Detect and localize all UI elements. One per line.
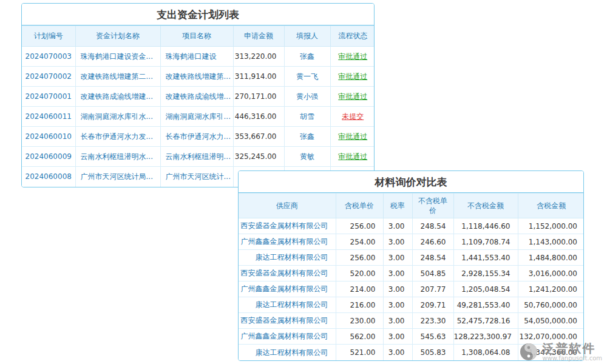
- status-link[interactable]: 审批通过: [330, 87, 375, 107]
- plan-id-link[interactable]: 2024070001: [22, 87, 75, 107]
- tax-rate: 3.00: [383, 281, 412, 297]
- material-quote-table-title: 材料询价对比表: [239, 171, 583, 193]
- plan-id-link[interactable]: 2024060008: [22, 167, 75, 187]
- table-row: 2024060010长春市伊通河水力发...长春市伊通河水力...353,667…: [22, 127, 375, 147]
- fund-plan-name-link[interactable]: 长春市伊通河水力发...: [75, 127, 160, 147]
- project-name-link[interactable]: 云南水利枢纽潜明...: [160, 147, 233, 167]
- amount-taxed: 3,016,000.00: [518, 266, 584, 281]
- supplier-name-link[interactable]: 西安盛器金属材料有限公司: [239, 218, 336, 234]
- project-name-link[interactable]: 湖南洞庭湖水库引...: [160, 107, 233, 127]
- status-link[interactable]: 审批通过: [330, 127, 375, 147]
- column-header: 资金计划名称: [75, 26, 160, 47]
- unit-price-untaxed: 246.60: [412, 234, 453, 250]
- project-name-link[interactable]: 改建铁路线增建第...: [160, 67, 233, 87]
- plan-id-link[interactable]: 2024060009: [22, 147, 75, 167]
- unit-price-untaxed: 248.54: [412, 218, 453, 234]
- amount-untaxed: 1,308,064.08: [453, 345, 518, 360]
- status-link[interactable]: 未提交: [330, 107, 375, 127]
- unit-price-untaxed: 248.54: [412, 250, 453, 266]
- fanpu-logo-icon: [519, 342, 538, 362]
- apply-amount: 311,914.00: [233, 67, 284, 87]
- reporter-name[interactable]: 黄小强: [284, 87, 330, 107]
- apply-amount: 270,171.00: [233, 87, 284, 107]
- table-row: 西安盛器金属材料有限公司520.003.00504.852,928,155.34…: [239, 266, 584, 281]
- table-row: 2024060011湖南洞庭湖水库引水...湖南洞庭湖水库引...446,316…: [22, 107, 375, 127]
- unit-price-untaxed: 504.85: [412, 266, 453, 281]
- plan-id-link[interactable]: 2024070003: [22, 47, 75, 67]
- apply-amount: 313,220.00: [233, 47, 284, 67]
- column-header: 填报人: [284, 26, 330, 47]
- brand-watermark: 泛普软件 www.fanpusoft.com: [519, 342, 602, 362]
- plan-id-link[interactable]: 2024060010: [22, 127, 75, 147]
- fund-plan-name-link[interactable]: 改建铁路成渝线增建...: [75, 87, 160, 107]
- supplier-name-link[interactable]: 西安盛器金属材料有限公司: [239, 266, 336, 281]
- table-row: 2024060009云南水利枢纽潜明水...云南水利枢纽潜明...325,245…: [22, 147, 375, 167]
- table-row: 西安盛器金属材料有限公司256.003.00248.541,118,446.60…: [239, 218, 584, 234]
- reporter-name[interactable]: 张鑫: [284, 127, 330, 147]
- unit-price-taxed: 256.00: [336, 218, 383, 234]
- amount-taxed: 1,241,200.00: [518, 281, 584, 297]
- expenditure-plan-table: 计划编号资金计划名称项目名称申请金额填报人流程状态 2024070003珠海鹤港…: [22, 25, 375, 187]
- reporter-name[interactable]: 黄敏: [284, 147, 330, 167]
- supplier-name-link[interactable]: 广州鑫鑫金属材料有限公司: [239, 234, 336, 250]
- fund-plan-name-link[interactable]: 湖南洞庭湖水库引水...: [75, 107, 160, 127]
- reporter-name[interactable]: 张鑫: [284, 47, 330, 67]
- amount-taxed: 50,760,000.00: [518, 297, 584, 313]
- material-quote-table-panel: 材料询价对比表 供应商含税单价税率不含税单价不含税金额含税金额 西安盛器金属材料…: [238, 170, 584, 361]
- reporter-name[interactable]: 胡雪: [284, 107, 330, 127]
- supplier-name-link[interactable]: 西安盛器金属材料有限公司: [239, 313, 336, 329]
- fund-plan-name-link[interactable]: 广州市天河区统计局...: [75, 167, 160, 187]
- plan-id-link[interactable]: 2024070002: [22, 67, 75, 87]
- material-quote-table: 供应商含税单价税率不含税单价不含税金额含税金额 西安盛器金属材料有限公司256.…: [239, 193, 584, 360]
- project-name-link[interactable]: 长春市伊通河水力...: [160, 127, 233, 147]
- tax-rate: 3.00: [383, 329, 412, 345]
- supplier-name-link[interactable]: 广州鑫鑫金属材料有限公司: [239, 281, 336, 297]
- amount-taxed: 1,484,800.00: [518, 250, 584, 266]
- table-row: 康达工程材料有限公司216.003.00209.7149,281,553.405…: [239, 297, 584, 313]
- project-name-link[interactable]: 改建铁路成渝线增...: [160, 87, 233, 107]
- amount-untaxed: 1,109,708.74: [453, 234, 518, 250]
- project-name-link[interactable]: 珠海鹤港口建设: [160, 47, 233, 67]
- status-link[interactable]: 审批通过: [330, 147, 375, 167]
- table-row: 西安盛器金属材料有限公司230.003.00223.3052,475,728.1…: [239, 313, 584, 329]
- supplier-name-link[interactable]: 康达工程材料有限公司: [239, 345, 336, 360]
- column-header: 税率: [383, 194, 412, 218]
- column-header: 申请金额: [233, 26, 284, 47]
- project-name-link[interactable]: 广州市天河区统计...: [160, 167, 233, 187]
- brand-url: www.fanpusoft.com: [542, 355, 602, 362]
- supplier-name-link[interactable]: 康达工程材料有限公司: [239, 297, 336, 313]
- column-header: 含税单价: [336, 194, 383, 218]
- fund-plan-name-link[interactable]: 改建铁路线增建第二...: [75, 67, 160, 87]
- status-link[interactable]: 审批通过: [330, 67, 375, 87]
- apply-amount: 446,316.00: [233, 107, 284, 127]
- reporter-name[interactable]: 黄一飞: [284, 67, 330, 87]
- status-link[interactable]: 审批通过: [330, 47, 375, 67]
- tax-rate: 3.00: [383, 266, 412, 281]
- column-header: 含税金额: [518, 194, 584, 218]
- plan-id-link[interactable]: 2024060011: [22, 107, 75, 127]
- amount-untaxed: 52,475,728.16: [453, 313, 518, 329]
- unit-price-untaxed: 545.63: [412, 329, 453, 345]
- unit-price-taxed: 254.00: [336, 234, 383, 250]
- column-header: 流程状态: [330, 26, 375, 47]
- supplier-name-link[interactable]: 康达工程材料有限公司: [239, 250, 336, 266]
- table-header-row: 供应商含税单价税率不含税单价不含税金额含税金额: [239, 194, 584, 218]
- brand-text-block: 泛普软件 www.fanpusoft.com: [542, 342, 602, 362]
- amount-taxed: 54,050,000.00: [518, 313, 584, 329]
- unit-price-taxed: 520.00: [336, 266, 383, 281]
- supplier-name-link[interactable]: 广州鑫鑫金属材料有限公司: [239, 329, 336, 345]
- unit-price-taxed: 521.00: [336, 345, 383, 360]
- apply-amount: 325,245.00: [233, 147, 284, 167]
- table-row: 广州鑫鑫金属材料有限公司254.003.00246.601,109,708.74…: [239, 234, 584, 250]
- column-header: 不含税金额: [453, 194, 518, 218]
- apply-amount: 353,667.00: [233, 127, 284, 147]
- fund-plan-name-link[interactable]: 珠海鹤港口建设资金...: [75, 47, 160, 67]
- tax-rate: 3.00: [383, 313, 412, 329]
- unit-price-untaxed: 223.30: [412, 313, 453, 329]
- amount-untaxed: 128,223,300.97: [453, 329, 518, 345]
- amount-untaxed: 2,928,155.34: [453, 266, 518, 281]
- unit-price-untaxed: 207.77: [412, 281, 453, 297]
- fund-plan-name-link[interactable]: 云南水利枢纽潜明水...: [75, 147, 160, 167]
- expenditure-plan-table-title: 支出资金计划列表: [22, 4, 374, 25]
- amount-taxed: 1,143,000.00: [518, 234, 584, 250]
